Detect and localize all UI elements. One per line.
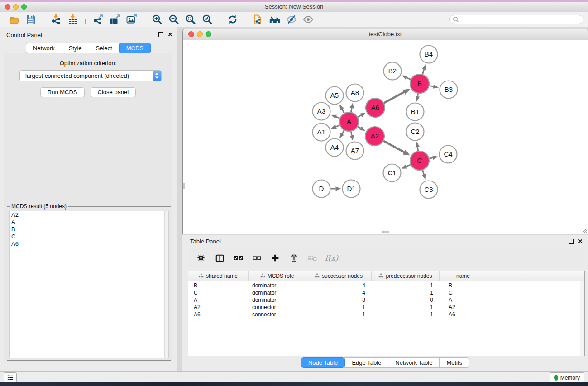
column-header-predecessor-nodes[interactable]: predecessor nodes bbox=[372, 271, 440, 281]
zoom-selected-button[interactable] bbox=[199, 13, 215, 26]
open-session-button[interactable] bbox=[5, 13, 22, 26]
zoom-out-button[interactable] bbox=[165, 13, 182, 26]
plus-button[interactable] bbox=[269, 252, 281, 264]
column-header-shared-name[interactable]: shared name bbox=[188, 271, 249, 281]
graph-edge-B-B2[interactable] bbox=[401, 73, 411, 80]
table-cell[interactable]: C bbox=[188, 290, 249, 296]
network-zoom-button[interactable] bbox=[206, 31, 211, 37]
network-vertical-scrollbar[interactable] bbox=[183, 183, 185, 189]
network-horizontal-scrollbar[interactable] bbox=[382, 231, 389, 233]
table-scrollbar[interactable] bbox=[580, 281, 584, 356]
table-cell[interactable]: B bbox=[440, 282, 487, 289]
import-table-button[interactable] bbox=[64, 13, 81, 26]
mcds-list-scrollbar[interactable] bbox=[164, 211, 168, 358]
graph-edge-D-D1[interactable] bbox=[331, 186, 341, 191]
uncheck-pair-button[interactable] bbox=[251, 252, 263, 264]
graph-node-A3[interactable]: A3 bbox=[313, 103, 330, 120]
graph-node-B4[interactable]: B4 bbox=[420, 46, 438, 63]
refresh-button[interactable] bbox=[224, 13, 241, 26]
table-cell[interactable]: A6 bbox=[188, 311, 249, 318]
document-network-button[interactable] bbox=[249, 13, 266, 26]
graph-node-A7[interactable]: A7 bbox=[346, 142, 364, 160]
network-canvas[interactable]: B4B2BB3A8A5A6A3B1AA1C2A2A4A7C4CC1C3DD1 bbox=[183, 40, 588, 234]
column-header-successor-nodes[interactable]: successor nodes bbox=[306, 271, 372, 281]
graph-edge-A-A2[interactable] bbox=[358, 126, 366, 133]
zoom-fit-button[interactable] bbox=[182, 13, 199, 26]
table-cell[interactable]: connector bbox=[249, 311, 306, 318]
graph-node-A6[interactable]: A6 bbox=[366, 98, 385, 117]
task-history-button[interactable] bbox=[4, 372, 17, 383]
graph-node-C4[interactable]: C4 bbox=[440, 146, 457, 163]
graph-edge-B-B4[interactable] bbox=[422, 63, 428, 74]
export-network-button[interactable] bbox=[90, 13, 106, 26]
table-cell[interactable]: A bbox=[440, 297, 487, 303]
table-cell[interactable]: A2 bbox=[440, 304, 487, 310]
gear-button[interactable] bbox=[195, 252, 207, 264]
import-network-button[interactable] bbox=[48, 13, 64, 26]
network-minimize-button[interactable] bbox=[197, 31, 203, 37]
graph-edge-A-A3[interactable] bbox=[330, 113, 339, 119]
graph-edge-B-B3[interactable] bbox=[430, 84, 439, 90]
graph-edge-A6-B[interactable] bbox=[384, 86, 411, 103]
houses-button[interactable] bbox=[266, 13, 283, 26]
close-panel-button[interactable]: Close panel bbox=[91, 87, 136, 97]
zoom-in-button[interactable] bbox=[148, 13, 165, 26]
trash-button[interactable] bbox=[288, 252, 300, 264]
zoom-button[interactable] bbox=[21, 4, 27, 10]
check-pair-button[interactable] bbox=[232, 252, 244, 264]
graph-edge-A-A6[interactable] bbox=[358, 111, 367, 117]
column-header-name[interactable]: name bbox=[440, 271, 487, 281]
table-cell[interactable]: 1 bbox=[372, 304, 440, 310]
minimize-button[interactable] bbox=[13, 4, 19, 10]
graph-node-A2[interactable]: A2 bbox=[365, 127, 384, 146]
graph-node-D1[interactable]: D1 bbox=[343, 180, 360, 198]
table-cell[interactable]: A bbox=[188, 297, 249, 303]
tab-edge-table[interactable]: Edge Table bbox=[344, 357, 388, 368]
graph-node-B3[interactable]: B3 bbox=[440, 81, 458, 99]
graph-node-B[interactable]: B bbox=[410, 74, 429, 93]
graph-node-A[interactable]: A bbox=[339, 112, 359, 131]
table-cell[interactable]: A6 bbox=[440, 311, 487, 318]
table-cell[interactable]: dominator bbox=[249, 297, 306, 303]
mcds-result-item[interactable]: C bbox=[10, 233, 168, 240]
column-header-MCDS-role[interactable]: MCDS role bbox=[249, 271, 306, 281]
tab-network-table[interactable]: Network Table bbox=[388, 357, 440, 368]
table-cell[interactable]: connector bbox=[249, 304, 306, 310]
tab-network[interactable]: Network bbox=[26, 43, 62, 53]
graph-node-A1[interactable]: A1 bbox=[313, 124, 330, 141]
graph-edge-B-B1[interactable] bbox=[415, 94, 420, 102]
eye-button[interactable] bbox=[300, 13, 316, 26]
graph-edge-A-A7[interactable] bbox=[349, 132, 355, 141]
tab-mcds[interactable]: MCDS bbox=[119, 43, 151, 53]
graph-edge-A-A1[interactable] bbox=[330, 124, 339, 130]
float-panel-icon[interactable] bbox=[158, 32, 163, 37]
criterion-dropdown[interactable]: largest connected component (directed) bbox=[19, 70, 162, 81]
table-cell[interactable]: B bbox=[188, 282, 249, 289]
mcds-result-item[interactable]: B bbox=[10, 226, 168, 233]
graph-node-C[interactable]: C bbox=[410, 151, 429, 170]
run-mcds-button[interactable]: Run MCDS bbox=[40, 87, 85, 97]
eye-slash-button[interactable] bbox=[283, 13, 300, 26]
save-session-button[interactable] bbox=[22, 13, 39, 26]
memory-button[interactable]: Memory bbox=[550, 372, 584, 383]
tab-style[interactable]: Style bbox=[62, 43, 89, 53]
table-cell[interactable]: 0 bbox=[372, 297, 440, 303]
table-delete-button[interactable] bbox=[306, 252, 318, 264]
tab-select[interactable]: Select bbox=[89, 43, 120, 53]
close-panel-icon[interactable] bbox=[167, 32, 173, 37]
tab-motifs[interactable]: Motifs bbox=[439, 357, 469, 368]
table-cell[interactable]: C bbox=[440, 290, 487, 296]
graph-edge-A-A4[interactable] bbox=[338, 130, 344, 140]
float-table-panel-icon[interactable] bbox=[569, 239, 574, 244]
graph-edge-C-C2[interactable] bbox=[415, 142, 420, 151]
graph-edge-C-C4[interactable] bbox=[430, 154, 439, 160]
table-cell[interactable]: 1 bbox=[372, 290, 440, 296]
graph-node-A8[interactable]: A8 bbox=[346, 84, 364, 102]
mcds-result-item[interactable]: A bbox=[10, 219, 168, 226]
export-image-button[interactable] bbox=[123, 13, 140, 26]
graph-node-C1[interactable]: C1 bbox=[383, 164, 401, 182]
table-cell[interactable]: dominator bbox=[249, 282, 306, 289]
table-row[interactable]: A2connector11A2 bbox=[188, 304, 584, 311]
table-row[interactable]: Adominator80A bbox=[188, 296, 584, 304]
graph-node-B1[interactable]: B1 bbox=[406, 103, 424, 121]
